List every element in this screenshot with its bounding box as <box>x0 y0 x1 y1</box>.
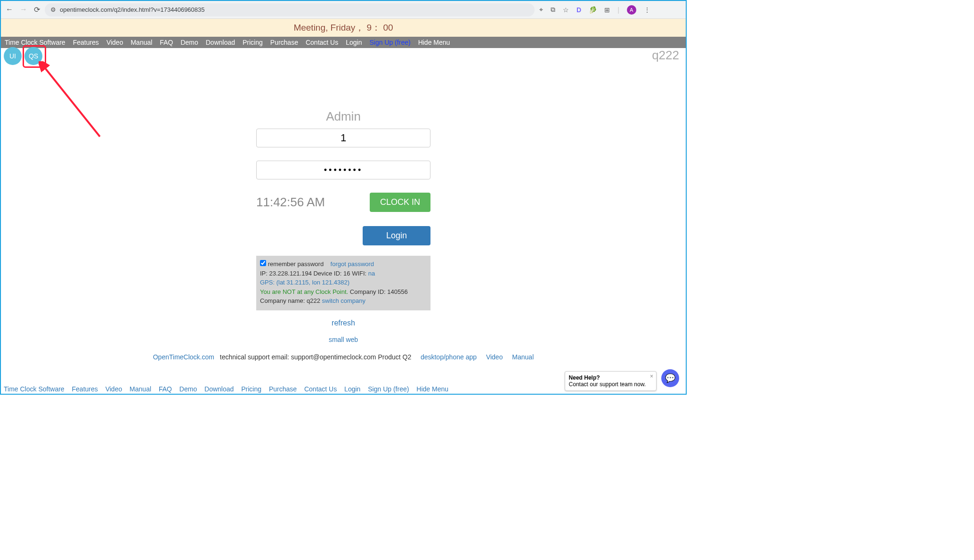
wifi-na-link[interactable]: na <box>368 270 375 277</box>
info-box: remember password forgot password IP: 23… <box>256 256 430 310</box>
location-icon[interactable]: ⌖ <box>539 6 543 14</box>
bm-login[interactable]: Login <box>344 385 360 393</box>
support-line: OpenTimeClock.com technical support emai… <box>1 353 686 361</box>
kebab-menu-icon[interactable]: ⋮ <box>644 6 650 14</box>
help-popup[interactable]: × Need Help? Contact our support team no… <box>565 371 657 391</box>
menu-demo[interactable]: Demo <box>180 39 198 46</box>
login-button[interactable]: Login <box>363 226 430 245</box>
toolbar-right: ⌖ ⧉ ☆ D 🥬 ⊞ | A ⋮ <box>539 5 653 15</box>
bm-time-clock-software[interactable]: Time Clock Software <box>4 385 65 393</box>
annotation-arrow-icon <box>39 61 114 141</box>
manual-link[interactable]: Manual <box>512 353 534 361</box>
bm-purchase[interactable]: Purchase <box>269 385 297 393</box>
help-title: Need Help? <box>569 374 646 381</box>
meeting-banner: Meeting, Friday， 9： 00 <box>1 19 686 37</box>
chat-bubble-icon[interactable]: 💬 <box>661 369 679 387</box>
menu-hide[interactable]: Hide Menu <box>418 39 450 46</box>
bm-faq[interactable]: FAQ <box>159 385 172 393</box>
desktop-app-link[interactable]: desktop/phone app <box>421 353 477 361</box>
corner-brand: q222 <box>652 48 679 63</box>
menu-faq[interactable]: FAQ <box>160 39 173 46</box>
menu-features[interactable]: Features <box>73 39 99 46</box>
small-web-row: small web <box>1 335 686 344</box>
forward-icon[interactable]: → <box>20 5 27 14</box>
nav-arrows: ← → ⟳ <box>4 5 40 14</box>
current-time: 11:42:56 AM <box>256 195 325 210</box>
bm-demo[interactable]: Demo <box>179 385 197 393</box>
browser-toolbar: ← → ⟳ ⚙ opentimeclock.com/q2/index.html?… <box>1 1 686 19</box>
video-link[interactable]: Video <box>486 353 503 361</box>
remember-password-label[interactable]: remember password <box>260 260 325 268</box>
close-icon[interactable]: × <box>650 373 653 380</box>
forgot-password-link[interactable]: forgot password <box>331 260 374 268</box>
otc-link[interactable]: OpenTimeClock.com <box>153 353 214 361</box>
gps-link[interactable]: GPS: (lat 31.2115, lon 121.4382) <box>260 279 349 286</box>
qs-highlight-box <box>23 45 46 68</box>
star-icon[interactable]: ☆ <box>563 6 569 14</box>
support-text: technical support email: support@opentim… <box>218 353 411 361</box>
switch-company-link[interactable]: switch company <box>322 297 365 304</box>
bm-download[interactable]: Download <box>204 385 234 393</box>
extensions-icon[interactable]: ⊞ <box>604 6 610 14</box>
ext-d-icon[interactable]: D <box>576 6 581 14</box>
bm-hide-menu[interactable]: Hide Menu <box>416 385 448 393</box>
menu-download[interactable]: Download <box>206 39 235 46</box>
bm-sign-up[interactable]: Sign Up (free) <box>368 385 409 393</box>
install-icon[interactable]: ⧉ <box>551 6 555 14</box>
help-sub: Contact our support team now. <box>569 381 646 388</box>
menu-purchase[interactable]: Purchase <box>270 39 298 46</box>
username-input[interactable] <box>256 129 430 147</box>
bm-video[interactable]: Video <box>106 385 122 393</box>
site-info-icon[interactable]: ⚙ <box>50 6 56 13</box>
bm-manual[interactable]: Manual <box>130 385 151 393</box>
url-text: opentimeclock.com/q2/index.html?v=173440… <box>60 6 205 13</box>
menu-pricing[interactable]: Pricing <box>243 39 263 46</box>
login-title: Admin <box>254 109 433 124</box>
reload-icon[interactable]: ⟳ <box>34 5 40 14</box>
top-menu: Time Clock Software Features Video Manua… <box>1 37 686 48</box>
address-bar[interactable]: ⚙ opentimeclock.com/q2/index.html?v=1734… <box>45 3 535 16</box>
menu-manual[interactable]: Manual <box>130 39 152 46</box>
bm-features[interactable]: Features <box>72 385 98 393</box>
login-panel: Admin 11:42:56 AM CLOCK IN Login remembe… <box>254 48 433 327</box>
refresh-link[interactable]: refresh <box>254 319 433 327</box>
bottom-menu: Time Clock Software Features Video Manua… <box>4 385 454 393</box>
time-row: 11:42:56 AM CLOCK IN <box>256 193 430 212</box>
clock-in-button[interactable]: CLOCK IN <box>370 193 430 212</box>
back-icon[interactable]: ← <box>6 5 13 14</box>
company-name: Company name: q222 <box>260 297 322 304</box>
company-id: Company ID: 140556 <box>348 288 407 295</box>
menu-login[interactable]: Login <box>346 39 362 46</box>
menu-sign-up[interactable]: Sign Up (free) <box>369 39 410 46</box>
clock-point-warning: You are NOT at any Clock Point. <box>260 288 348 295</box>
password-input[interactable] <box>256 161 430 179</box>
bm-pricing[interactable]: Pricing <box>241 385 261 393</box>
remember-password-checkbox[interactable] <box>260 260 266 266</box>
profile-avatar[interactable]: A <box>627 5 636 15</box>
ip-device-line: IP: 23.228.121.194 Device ID: 16 WIFI: <box>260 270 368 277</box>
menu-contact-us[interactable]: Contact Us <box>306 39 338 46</box>
ui-button[interactable]: UI <box>4 47 22 65</box>
small-web-link[interactable]: small web <box>329 336 358 343</box>
ext-leaf-icon[interactable]: 🥬 <box>589 6 597 14</box>
svg-line-0 <box>43 66 100 137</box>
menu-video[interactable]: Video <box>106 39 123 46</box>
bm-contact-us[interactable]: Contact Us <box>304 385 337 393</box>
